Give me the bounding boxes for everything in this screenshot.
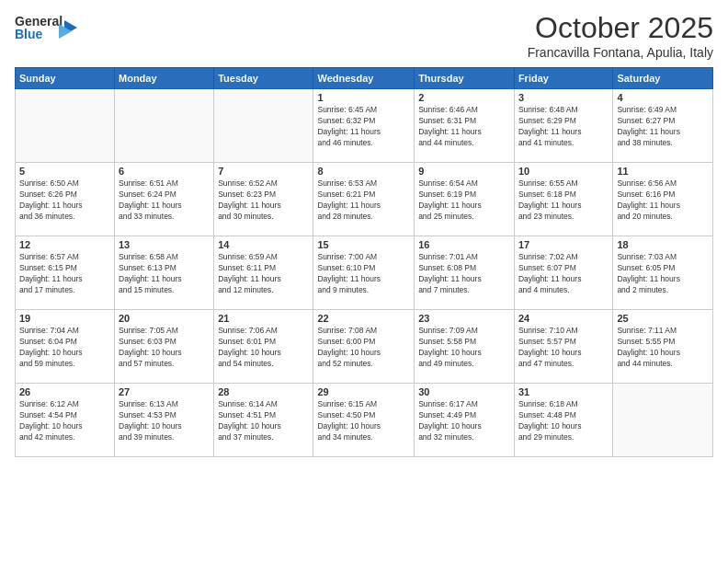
calendar-cell: 1Sunrise: 6:45 AMSunset: 6:32 PMDaylight… — [313, 89, 415, 163]
day-info: Sunrise: 7:04 AMSunset: 6:04 PMDaylight:… — [19, 326, 110, 370]
day-number: 22 — [317, 313, 410, 324]
col-wednesday: Wednesday — [313, 68, 415, 89]
calendar-cell: 2Sunrise: 6:46 AMSunset: 6:31 PMDaylight… — [415, 89, 515, 163]
day-number: 1 — [317, 92, 410, 103]
col-sunday: Sunday — [16, 68, 115, 89]
calendar-cell: 23Sunrise: 7:09 AMSunset: 5:58 PMDayligh… — [415, 310, 515, 384]
day-info: Sunrise: 7:09 AMSunset: 5:58 PMDaylight:… — [418, 326, 510, 370]
day-number: 17 — [518, 239, 609, 250]
day-info: Sunrise: 6:12 AMSunset: 4:54 PMDaylight:… — [19, 399, 110, 443]
day-info: Sunrise: 7:08 AMSunset: 6:00 PMDaylight:… — [317, 326, 410, 370]
day-info: Sunrise: 6:48 AMSunset: 6:29 PMDaylight:… — [518, 105, 609, 149]
calendar-cell: 9Sunrise: 6:54 AMSunset: 6:19 PMDaylight… — [415, 163, 515, 236]
day-number: 3 — [518, 92, 609, 103]
day-number: 29 — [317, 386, 410, 397]
day-number: 2 — [418, 92, 510, 103]
day-info: Sunrise: 6:50 AMSunset: 6:26 PMDaylight:… — [19, 178, 110, 223]
page: General Blue October 2025 Francavilla Fo… — [0, 0, 728, 563]
calendar-cell: 25Sunrise: 7:11 AMSunset: 5:55 PMDayligh… — [613, 310, 713, 384]
calendar-cell: 15Sunrise: 7:00 AMSunset: 6:10 PMDayligh… — [313, 236, 415, 310]
calendar-cell: 7Sunrise: 6:52 AMSunset: 6:23 PMDaylight… — [214, 163, 313, 236]
calendar-week-row: 19Sunrise: 7:04 AMSunset: 6:04 PMDayligh… — [16, 310, 713, 384]
day-info: Sunrise: 6:17 AMSunset: 4:49 PMDaylight:… — [418, 399, 510, 443]
day-number: 19 — [19, 313, 110, 324]
calendar-cell: 24Sunrise: 7:10 AMSunset: 5:57 PMDayligh… — [514, 310, 612, 384]
day-number: 23 — [418, 313, 510, 324]
day-info: Sunrise: 6:58 AMSunset: 6:13 PMDaylight:… — [119, 252, 210, 296]
day-number: 10 — [518, 166, 609, 177]
day-number: 28 — [218, 386, 309, 397]
day-info: Sunrise: 6:49 AMSunset: 6:27 PMDaylight:… — [617, 105, 709, 149]
day-number: 4 — [617, 92, 709, 103]
day-number: 12 — [19, 239, 110, 250]
day-number: 18 — [617, 239, 709, 250]
day-info: Sunrise: 6:55 AMSunset: 6:18 PMDaylight:… — [518, 178, 609, 223]
day-number: 11 — [617, 166, 709, 177]
day-info: Sunrise: 6:46 AMSunset: 6:31 PMDaylight:… — [418, 105, 510, 149]
day-number: 14 — [218, 239, 309, 250]
calendar-cell: 21Sunrise: 7:06 AMSunset: 6:01 PMDayligh… — [214, 310, 313, 384]
day-number: 8 — [317, 166, 410, 177]
calendar-cell: 5Sunrise: 6:50 AMSunset: 6:26 PMDaylight… — [16, 163, 115, 236]
svg-text:Blue: Blue — [15, 27, 43, 41]
calendar-cell: 20Sunrise: 7:05 AMSunset: 6:03 PMDayligh… — [115, 310, 214, 384]
calendar-cell — [613, 384, 713, 457]
calendar-cell: 29Sunrise: 6:15 AMSunset: 4:50 PMDayligh… — [313, 384, 415, 457]
day-number: 16 — [418, 239, 510, 250]
day-info: Sunrise: 6:54 AMSunset: 6:19 PMDaylight:… — [418, 178, 510, 223]
day-info: Sunrise: 6:15 AMSunset: 4:50 PMDaylight:… — [317, 399, 410, 443]
header: General Blue October 2025 Francavilla Fo… — [15, 11, 713, 60]
day-info: Sunrise: 6:45 AMSunset: 6:32 PMDaylight:… — [317, 105, 410, 149]
day-number: 26 — [19, 386, 110, 397]
day-number: 25 — [617, 313, 709, 324]
calendar-week-row: 1Sunrise: 6:45 AMSunset: 6:32 PMDaylight… — [16, 89, 713, 163]
day-info: Sunrise: 6:51 AMSunset: 6:24 PMDaylight:… — [119, 178, 210, 223]
day-info: Sunrise: 7:03 AMSunset: 6:05 PMDaylight:… — [617, 252, 709, 296]
calendar-week-row: 26Sunrise: 6:12 AMSunset: 4:54 PMDayligh… — [16, 384, 713, 457]
day-number: 7 — [218, 166, 309, 177]
day-info: Sunrise: 6:18 AMSunset: 4:48 PMDaylight:… — [518, 399, 609, 443]
calendar-cell: 18Sunrise: 7:03 AMSunset: 6:05 PMDayligh… — [613, 236, 713, 310]
calendar-cell: 28Sunrise: 6:14 AMSunset: 4:51 PMDayligh… — [214, 384, 313, 457]
calendar-cell: 11Sunrise: 6:56 AMSunset: 6:16 PMDayligh… — [613, 163, 713, 236]
calendar-cell: 4Sunrise: 6:49 AMSunset: 6:27 PMDaylight… — [613, 89, 713, 163]
day-info: Sunrise: 6:57 AMSunset: 6:15 PMDaylight:… — [19, 252, 110, 296]
day-number: 30 — [418, 386, 510, 397]
calendar-cell: 31Sunrise: 6:18 AMSunset: 4:48 PMDayligh… — [514, 384, 612, 457]
day-info: Sunrise: 7:06 AMSunset: 6:01 PMDaylight:… — [218, 326, 309, 370]
calendar-cell: 12Sunrise: 6:57 AMSunset: 6:15 PMDayligh… — [16, 236, 115, 310]
location-subtitle: Francavilla Fontana, Apulia, Italy — [528, 45, 713, 60]
col-friday: Friday — [514, 68, 612, 89]
col-saturday: Saturday — [613, 68, 713, 89]
calendar-cell — [115, 89, 214, 163]
calendar-cell — [16, 89, 115, 163]
calendar-cell: 27Sunrise: 6:13 AMSunset: 4:53 PMDayligh… — [115, 384, 214, 457]
calendar-cell: 8Sunrise: 6:53 AMSunset: 6:21 PMDaylight… — [313, 163, 415, 236]
day-info: Sunrise: 6:53 AMSunset: 6:21 PMDaylight:… — [317, 178, 410, 223]
day-number: 20 — [119, 313, 210, 324]
day-number: 21 — [218, 313, 309, 324]
day-number: 9 — [418, 166, 510, 177]
calendar-cell: 3Sunrise: 6:48 AMSunset: 6:29 PMDaylight… — [514, 89, 612, 163]
day-info: Sunrise: 6:52 AMSunset: 6:23 PMDaylight:… — [218, 178, 309, 223]
calendar-cell — [214, 89, 313, 163]
day-number: 5 — [19, 166, 110, 177]
calendar-cell: 14Sunrise: 6:59 AMSunset: 6:11 PMDayligh… — [214, 236, 313, 310]
calendar-cell: 19Sunrise: 7:04 AMSunset: 6:04 PMDayligh… — [16, 310, 115, 384]
col-monday: Monday — [115, 68, 214, 89]
day-info: Sunrise: 7:00 AMSunset: 6:10 PMDaylight:… — [317, 252, 410, 296]
logo: General Blue — [15, 11, 81, 48]
month-title: October 2025 — [528, 11, 713, 45]
day-info: Sunrise: 6:13 AMSunset: 4:53 PMDaylight:… — [119, 399, 210, 443]
calendar-header-row: Sunday Monday Tuesday Wednesday Thursday… — [16, 68, 713, 89]
calendar-cell: 10Sunrise: 6:55 AMSunset: 6:18 PMDayligh… — [514, 163, 612, 236]
day-number: 13 — [119, 239, 210, 250]
calendar-cell: 26Sunrise: 6:12 AMSunset: 4:54 PMDayligh… — [16, 384, 115, 457]
day-number: 15 — [317, 239, 410, 250]
title-block: October 2025 Francavilla Fontana, Apulia… — [528, 11, 713, 60]
day-info: Sunrise: 7:02 AMSunset: 6:07 PMDaylight:… — [518, 252, 609, 296]
day-info: Sunrise: 7:01 AMSunset: 6:08 PMDaylight:… — [418, 252, 510, 296]
logo-icon: General Blue — [15, 11, 79, 48]
col-tuesday: Tuesday — [214, 68, 313, 89]
calendar-cell: 6Sunrise: 6:51 AMSunset: 6:24 PMDaylight… — [115, 163, 214, 236]
